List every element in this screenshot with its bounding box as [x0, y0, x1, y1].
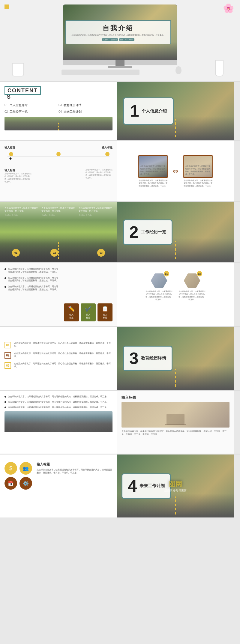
bullet-dot-2	[4, 277, 6, 279]
hex-group-1: 01 点击添加内容文字，结果通过简短的文字书写，用心寻找合适的风格，请根据需要删…	[146, 273, 172, 301]
menu-row-2: 02 工作经历一览 04 未来工作计划	[4, 110, 112, 114]
bullet-dot-3	[4, 286, 6, 288]
bullets-icons-slide: 点击添加内容文字，结果通过简短的文字书写，用心寻找合适的风格，请根据需要删除，愿…	[0, 263, 117, 326]
card-text-1: 点击添加内容文字，结果通过简短的文字书写，用心寻找合适的风格，请根据需要删除，愿…	[140, 165, 166, 176]
timeline-labels-top: 输入标题 输入标题	[4, 146, 112, 150]
road-center-line-3	[175, 369, 176, 387]
monitor-base	[108, 66, 132, 68]
card-right-group: 点击添加内容文字，结果通过简短的文字书写，用心寻找合适的风格，请根据需要删除，愿…	[183, 155, 213, 187]
menu-item-3: 03 教育经历详情	[58, 103, 112, 107]
bullet-item-1: 点击添加内容文字，结果通过简短的文字书写，用心寻找合适的风格，请根据需要删除，愿…	[4, 267, 59, 273]
mouse	[176, 66, 182, 74]
tl-bottom-desc-2: 点击添加内容文字，结果通过简短的文字书写，用心寻找合适的风格，请根据需要删除，愿…	[86, 168, 112, 183]
screen-text-box: 自我介绍 点击添加您的内容，结果通过简短的文字书写，用心寻找合适的风格，请根据需…	[65, 20, 171, 44]
hex-badge-2: 02	[197, 271, 202, 276]
bullet-7a-3: 点击添加内容文字，结果通过简短的文字书写，用心寻找合适的风格，请根据需要删除，愿…	[4, 406, 112, 409]
info-card-2: 点击添加内容文字，结果通过简短的文字书写，用心寻找。 千万乐。千万乐。	[41, 207, 75, 216]
slide8a-desc: 点击添加内容文字，结果通过简短的文字书写，用心寻找合适的风格，请根据需要删除，愿…	[37, 468, 112, 474]
num-item-3: 03 点击添加内容文字，结果通过简短的文字书写，用心寻找合适的风格，请根据需要删…	[4, 362, 112, 369]
hex-desc-1: 点击添加内容文字，结果通过简短的文字书写，用心寻找合适的风格，请根据需要删除，愿…	[146, 290, 172, 301]
tl-label-2: 输入标题	[102, 146, 112, 150]
timeline-visual: ✈	[8, 152, 110, 167]
bullet-text-7a-1: 点击添加内容文字，结果通过简短的文字书写，用心寻找合适的风格，请根据需要删除，愿…	[8, 395, 109, 398]
workspace-image	[122, 402, 230, 428]
bullet-text-1: 点击添加内容文字，结果通过简短的文字书写，用心寻找合适的风格，请根据需要删除，愿…	[8, 267, 59, 273]
monitor: 自我介绍 点击添加您的内容，结果通过简短的文字书写，用心寻找合适的风格，请根据需…	[45, 4, 195, 76]
road-center-line-4	[175, 496, 176, 514]
numbered-list-slide: 01 点击添加内容文字，结果通过简短的文字书写，用心寻找合适的风格，请根据需要删…	[0, 327, 117, 390]
coffee-cup	[12, 63, 24, 76]
slide7b-desc: 点击添加内容文字，结果通过简短的文字书写，用心寻找合适的风格，请根据需要删除，愿…	[122, 430, 230, 436]
bullet-text-7a-3: 点击添加内容文字，结果通过简短的文字书写，用心寻找合适的风格，请根据需要删除，愿…	[8, 406, 109, 409]
bullet-dot-1	[4, 268, 6, 270]
icon-card-3-label: 输入 标题	[103, 313, 107, 319]
circle-icons-slide: $ 👥 📅 ⚙️ 输入标题 点击添加内容文字，结果通过简短的文字书写，用心寻找合…	[0, 455, 117, 517]
circle-num-1: 01	[12, 249, 20, 257]
content-label: CONTENT	[4, 86, 41, 95]
menu-item-4: 04 未来工作计划	[58, 110, 112, 114]
icon-card-2-label: 输入 标题	[86, 313, 90, 319]
hex-group-2: 02 点击添加内容文字，结果通过简短的文字书写，用心寻找合适的风格，请根据需要删…	[178, 273, 206, 301]
icon-card-1-label: 输入 标题	[69, 313, 74, 319]
info-card-1: 点击添加内容文字，结果通过简短的文字书写，用心寻找。 千万乐。千万乐。	[4, 207, 38, 216]
row-6: 01 点击添加内容文字，结果通过简短的文字书写，用心寻找合适的风格，请根据需要删…	[0, 327, 240, 390]
road-center-line-2	[175, 241, 176, 259]
hex-container-2: 02	[184, 273, 200, 288]
icon-cards-container: ✏️ 输入 标题 ✔️ 输入 标题 📋 输入 标题	[64, 267, 112, 321]
circle-num-3: 03	[97, 249, 105, 257]
keyboard	[62, 70, 140, 75]
section-number-2: 2	[129, 224, 139, 240]
bullet-text-2: 点击添加内容文字，结果通过简短的文字书写，用心寻找合适的风格，请根据需要删除，愿…	[8, 276, 59, 282]
tl-dot-2	[56, 152, 61, 156]
number-box-1: 1 个人信息介绍	[123, 97, 174, 125]
circle-icon-dollar: $	[4, 462, 17, 475]
contents-slide: CONTENT S 01 个人信息介绍 03 教育经历详情 02 工作经历一览	[0, 82, 117, 140]
bullet-7a-1: 点击添加内容文字，结果通过简短的文字书写，用心寻找合适的风格，请根据需要删除，愿…	[4, 395, 112, 398]
tl-node-3	[105, 152, 110, 156]
tl-bottom-label-1: 输入标题 点击添加内容文字，结果通过简短的文字书写，用心寻找合适的风格，请根据需…	[4, 168, 32, 183]
bullets-landscape-slide: 点击添加内容文字，结果通过简短的文字书写，用心寻找合适的风格，请根据需要删除，愿…	[0, 391, 117, 454]
card-desc-right: 点击添加内容文字，结果通过简短的文字书写，用心寻找合适的风格，请根据需要删除，愿…	[183, 179, 213, 187]
hex-desc-2: 点击添加内容文字，结果通过简短的文字书写，用心寻找合适的风格，请根据需要删除，愿…	[178, 290, 206, 301]
hex-badge-1: 01	[164, 271, 169, 276]
tl-desc-2: 点击添加内容文字，结果通过简短的文字书写，用心寻找合适的风格，请根据需要删除，愿…	[86, 168, 112, 179]
monitor-screen: 自我介绍 点击添加您的内容，结果通过简短的文字书写，用心寻找合适的风格，请根据需…	[63, 4, 177, 60]
section-caption-1: 个人信息介绍	[142, 109, 167, 114]
section-number-4: 4	[128, 478, 137, 494]
bullet-item-2: 点击添加内容文字，结果通过简短的文字书写，用心寻找合适的风格，请根据需要删除，愿…	[4, 276, 59, 282]
num-item-1: 01 点击添加内容文字，结果通过简短的文字书写，用心寻找合适的风格，请根据需要删…	[4, 342, 112, 348]
landscape-overlay	[4, 411, 112, 432]
number2-slide: 2 工作经历一览	[117, 202, 234, 262]
bullet-dot-7a-2	[4, 401, 6, 403]
screen-subtitle: 点击添加您的内容，结果通过简短的文字书写，用心寻找合适的风格，请根据需要删除，愿…	[71, 34, 165, 37]
row-8: $ 👥 📅 ⚙️ 输入标题 点击添加内容文字，结果通过简短的文字书写，用心寻找合…	[0, 455, 240, 517]
input-title-8a: 输入标题	[37, 462, 112, 467]
card-left-group: 点击添加内容文字，结果通过简短的文字书写，用心寻找合适的风格，请根据需要删除，愿…	[138, 155, 168, 187]
laptop-shape	[166, 414, 184, 425]
tl-dot-3	[105, 152, 110, 156]
flower-decoration: 🌸	[223, 3, 234, 13]
section-number-3: 3	[129, 350, 139, 367]
menu-item-1: 01 个人信息介绍	[4, 103, 58, 107]
circle-icon-org: 👥	[20, 462, 32, 475]
circle-icons-grid: $ 👥 📅 ⚙️	[4, 462, 32, 490]
tl-plane-icon: ✈	[8, 156, 13, 161]
timeline-bottom-labels: 输入标题 点击添加内容文字，结果通过简短的文字书写，用心寻找合适的风格，请根据需…	[4, 168, 112, 183]
num-badge-2: 02	[4, 352, 11, 359]
bullet-item-3: 点击添加内容文字，结果通过简短的文字书写，用心寻找合适的风格，请根据需要删除，愿…	[4, 285, 59, 291]
bullet-list: 点击添加内容文字，结果通过简短的文字书写，用心寻找合适的风格，请根据需要删除，愿…	[4, 267, 59, 321]
number-box-3: 3 教育经历详情	[123, 346, 172, 371]
timeline-slide: 输入标题 输入标题 ✈ 输入标题 点	[0, 141, 117, 201]
number4-slide: 图网 品质素材·每日更新 4 未来工作计划	[117, 455, 234, 517]
icon-card-2-icon: ✔️	[85, 306, 92, 312]
screen-road	[63, 42, 177, 60]
info-card-3: 点击添加内容文字，结果通过简短的文字书写，用心寻找。 千万乐。千万乐。	[79, 207, 112, 216]
card-desc-left: 点击添加内容文字，结果通过简短的文字书写，用心寻找合适的风格，请根据需要删除，愿…	[138, 179, 168, 187]
icon-card-1: ✏️ 输入 标题	[64, 303, 79, 321]
landscape-image	[4, 411, 112, 432]
row-5: 点击添加内容文字，结果通过简短的文字书写，用心寻找合适的风格，请根据需要删除，愿…	[0, 263, 240, 326]
number-box-4: 4 未来工作计划	[122, 473, 171, 499]
circle-num-2: 02	[50, 249, 58, 257]
bullet-dot-7a-3	[4, 407, 6, 408]
info-card-2-sub: 千万乐。千万乐。	[41, 214, 75, 216]
